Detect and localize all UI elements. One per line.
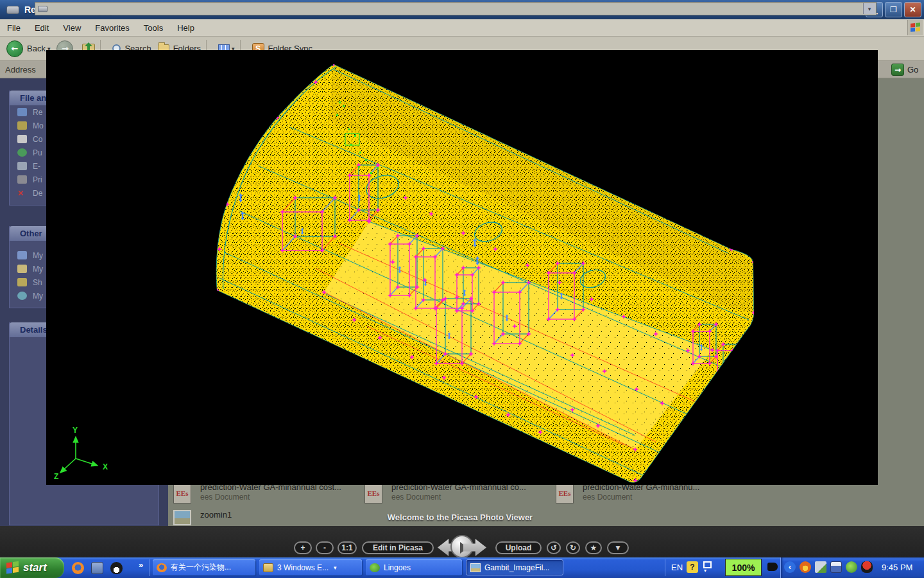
lingoes-parrot-icon bbox=[370, 563, 380, 572]
language-help-icon[interactable]: ? bbox=[687, 561, 698, 573]
upload-button[interactable]: Upload bbox=[495, 541, 542, 554]
battery-level-indicator[interactable]: 100% bbox=[725, 559, 762, 576]
go-label: Go bbox=[907, 65, 918, 74]
file-item[interactable]: EEs prediction-Water GA-minannual cost..… bbox=[173, 482, 341, 504]
rotate-left-button[interactable]: ↺ bbox=[547, 541, 561, 554]
firefox-icon bbox=[157, 563, 167, 572]
address-label: Address bbox=[5, 65, 36, 74]
quicklaunch-desktop-icon[interactable] bbox=[91, 562, 103, 574]
menu-edit[interactable]: Edit bbox=[28, 21, 56, 35]
rotate-right-button[interactable]: ↻ bbox=[566, 541, 580, 554]
axis-z-label: Z bbox=[54, 472, 58, 481]
group-caret-icon: ▾ bbox=[334, 565, 337, 571]
shared-documents-icon bbox=[17, 278, 27, 286]
language-bar-caret[interactable]: ▾ bbox=[704, 568, 706, 574]
email-icon bbox=[17, 162, 27, 170]
clock[interactable]: 9:45 PM bbox=[882, 563, 912, 572]
taskbar-divider bbox=[665, 559, 665, 576]
menu-view[interactable]: View bbox=[56, 21, 88, 35]
tray-window-pen-icon[interactable] bbox=[830, 561, 842, 573]
tray-lingoes-icon[interactable] bbox=[846, 561, 857, 573]
menu-file[interactable]: File bbox=[0, 21, 28, 35]
menu-favorites[interactable]: Favorites bbox=[88, 21, 136, 35]
file-item[interactable]: zoomin1 bbox=[173, 510, 232, 525]
menu-tools[interactable]: Tools bbox=[137, 21, 170, 35]
picasa-welcome-text: Welcome to the Picasa Photo Viewer bbox=[332, 512, 588, 522]
menu-help[interactable]: Help bbox=[170, 21, 201, 35]
copy-icon bbox=[17, 135, 27, 143]
start-button[interactable]: start bbox=[0, 557, 64, 578]
go-arrow-icon: → bbox=[894, 66, 901, 74]
back-button[interactable]: ← bbox=[6, 40, 23, 57]
removable-disk-icon bbox=[6, 6, 19, 14]
ees-file-icon: EEs bbox=[173, 482, 191, 504]
quicklaunch-qq-icon[interactable] bbox=[110, 562, 123, 574]
publish-globe-icon bbox=[17, 148, 27, 157]
go-button[interactable]: → bbox=[891, 64, 904, 76]
image-thumbnail-icon bbox=[470, 563, 481, 572]
tray-penguin-icon[interactable] bbox=[861, 561, 873, 573]
zoom-out-button[interactable]: - bbox=[316, 541, 334, 554]
move-icon bbox=[17, 121, 27, 130]
delete-x-icon: ✕ bbox=[17, 189, 27, 197]
zoom-in-button[interactable]: + bbox=[294, 541, 312, 554]
taskbar-task-firefox[interactable]: 有关一个污染物... bbox=[153, 559, 255, 575]
close-button[interactable]: ✕ bbox=[904, 2, 921, 17]
edit-in-picasa-button[interactable]: Edit in Picasa bbox=[362, 541, 434, 554]
language-indicator[interactable]: EN bbox=[671, 563, 683, 572]
print-icon bbox=[17, 175, 27, 184]
taskbar-task-gambit-image[interactable]: Gambit_ImageFil... bbox=[466, 559, 563, 575]
drive-icon bbox=[38, 6, 47, 12]
more-options-button[interactable]: ▼ bbox=[607, 541, 629, 554]
actual-size-button[interactable]: 1:1 bbox=[338, 541, 357, 554]
menu-bar: File Edit View Favorites Tools Help bbox=[0, 19, 924, 37]
my-computer-icon bbox=[17, 251, 27, 259]
quicklaunch-overflow-chevron[interactable]: » bbox=[139, 560, 143, 570]
ees-file-icon: EEs bbox=[556, 482, 574, 504]
gambit-mesh-render: Y X Z bbox=[46, 50, 878, 485]
restore-icon: ❐ bbox=[890, 5, 897, 14]
file-item[interactable]: EEs prediction-Water GA-minannual co... … bbox=[364, 482, 526, 504]
axis-y-label: Y bbox=[73, 426, 78, 435]
restore-button[interactable]: ❐ bbox=[885, 2, 902, 17]
taskbar-task-explorer-group[interactable]: 3 Windows E... ▾ bbox=[259, 559, 362, 575]
tray-collapse-chevron[interactable]: ‹ bbox=[784, 561, 796, 573]
windows-flag-icon bbox=[6, 561, 19, 575]
ees-file-icon: EEs bbox=[364, 482, 382, 504]
my-network-icon bbox=[17, 292, 27, 300]
address-dropdown-button[interactable]: ▾ bbox=[863, 3, 875, 14]
image-file-icon bbox=[173, 510, 191, 525]
picasa-controls-bar: + - 1:1 Edit in Picasa Upload ↺ ↻ ★ ▼ bbox=[0, 526, 924, 557]
desktop: Removable Disk (G:) ▁ ❐ ✕ File Edit View… bbox=[0, 0, 924, 578]
close-icon: ✕ bbox=[909, 5, 916, 14]
taskbar-task-lingoes[interactable]: Lingoes bbox=[366, 559, 462, 575]
back-label: Back bbox=[27, 44, 46, 53]
picasa-photo-viewer-image: Y X Z bbox=[46, 50, 878, 485]
mesh-body bbox=[46, 50, 878, 485]
tray-qq-icon[interactable] bbox=[800, 561, 811, 573]
file-item[interactable]: EEs prediction-Water GA-minannu... ees D… bbox=[556, 482, 699, 504]
tray-speaker-icon[interactable] bbox=[815, 561, 826, 573]
address-combo[interactable]: ▾ bbox=[35, 2, 877, 15]
my-documents-icon bbox=[17, 265, 27, 273]
quicklaunch-firefox-icon[interactable] bbox=[72, 562, 84, 574]
taskbar-divider bbox=[149, 559, 150, 576]
rename-icon bbox=[17, 108, 27, 116]
axis-x-label: X bbox=[103, 462, 108, 471]
back-arrow-icon: ← bbox=[12, 44, 19, 53]
windows-logo-icon bbox=[907, 20, 923, 35]
star-button[interactable]: ★ bbox=[585, 541, 602, 554]
axis-triad: Y X Z bbox=[54, 426, 108, 481]
power-plug-icon[interactable] bbox=[767, 563, 778, 571]
folder-icon bbox=[263, 563, 273, 572]
